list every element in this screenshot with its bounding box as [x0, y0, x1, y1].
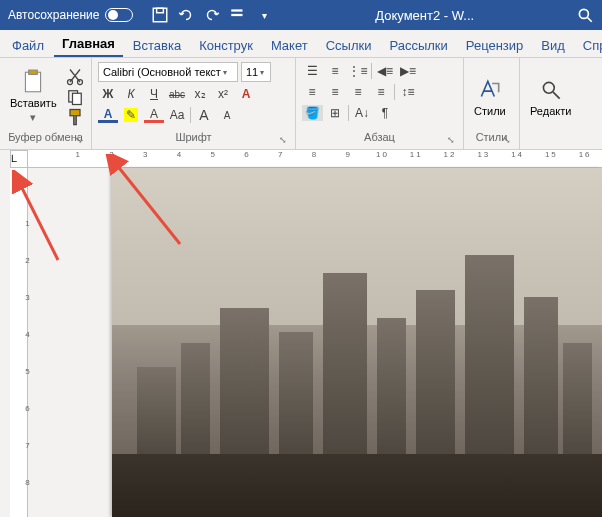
font-group: Calibri (Основной текст▾ 11▾ Ж К Ч abc x…: [92, 58, 296, 149]
vertical-ruler[interactable]: 12345678910: [10, 168, 28, 517]
text-effects-button[interactable]: A: [236, 85, 256, 103]
align-center-icon[interactable]: ≡: [325, 83, 345, 101]
svg-point-4: [579, 9, 588, 18]
sort-icon[interactable]: A↓: [352, 104, 372, 122]
svg-rect-5: [26, 72, 41, 92]
superscript-button[interactable]: x²: [213, 85, 233, 103]
highlight-button[interactable]: ✎: [121, 106, 141, 124]
bullets-icon[interactable]: ☰: [302, 62, 322, 80]
svg-rect-10: [72, 93, 81, 104]
save-icon[interactable]: [151, 6, 169, 24]
justify-icon[interactable]: ≡: [371, 83, 391, 101]
autosave-label: Автосохранение: [8, 8, 99, 22]
ribbon-tabs: Файл Главная Вставка Конструк Макет Ссыл…: [0, 30, 602, 58]
styles-button[interactable]: Стили: [470, 62, 510, 131]
shading-icon[interactable]: 🪣: [302, 104, 322, 122]
svg-rect-3: [232, 14, 243, 16]
svg-rect-11: [70, 109, 80, 115]
editing-button[interactable]: Редакти: [526, 62, 575, 131]
document-area: ˪ 12345678910111213141516 12345678910: [0, 150, 602, 517]
font-color2-button[interactable]: A: [98, 108, 118, 123]
decrease-indent-icon[interactable]: ◀≡: [375, 62, 395, 80]
italic-button[interactable]: К: [121, 85, 141, 103]
subscript-button[interactable]: x₂: [190, 85, 210, 103]
quick-access-toolbar: ▾: [151, 6, 273, 24]
tab-mailings[interactable]: Рассылки: [381, 34, 455, 57]
autosave-control[interactable]: Автосохранение: [8, 8, 133, 22]
tab-file[interactable]: Файл: [4, 34, 52, 57]
svg-rect-1: [157, 8, 164, 13]
font-color-button[interactable]: A: [144, 108, 164, 123]
svg-point-12: [543, 82, 554, 93]
tab-references[interactable]: Ссылки: [318, 34, 380, 57]
document-title: Документ2 - W...: [375, 8, 474, 23]
undo-icon[interactable]: [177, 6, 195, 24]
document-page[interactable]: [112, 168, 602, 517]
inserted-image[interactable]: [112, 168, 602, 517]
align-left-icon[interactable]: ≡: [302, 83, 322, 101]
align-right-icon[interactable]: ≡: [348, 83, 368, 101]
multilevel-icon[interactable]: ⋮≡: [348, 62, 368, 80]
clipboard-group: Вставить ▾ Буфер обмена⤡: [0, 58, 92, 149]
tab-home[interactable]: Главная: [54, 32, 123, 57]
tab-help[interactable]: Справка: [575, 34, 602, 57]
shrink-font-icon[interactable]: A: [217, 106, 237, 124]
font-name-combo[interactable]: Calibri (Основной текст▾: [98, 62, 238, 82]
clipboard-launcher-icon[interactable]: ⤡: [73, 135, 85, 147]
increase-indent-icon[interactable]: ▶≡: [398, 62, 418, 80]
tab-layout[interactable]: Макет: [263, 34, 316, 57]
paragraph-group: ☰ ≡ ⋮≡ ◀≡ ▶≡ ≡ ≡ ≡ ≡ ↕≡ 🪣 ⊞ A↓ ¶: [296, 58, 464, 149]
svg-rect-0: [154, 8, 168, 22]
font-launcher-icon[interactable]: ⤡: [277, 135, 289, 147]
styles-group: Стили Стили⤡: [464, 58, 520, 149]
svg-rect-2: [232, 9, 243, 11]
search-icon[interactable]: [576, 6, 594, 24]
numbering-icon[interactable]: ≡: [325, 62, 345, 80]
tab-selector[interactable]: ˪: [10, 150, 28, 168]
bold-button[interactable]: Ж: [98, 85, 118, 103]
tab-insert[interactable]: Вставка: [125, 34, 189, 57]
paragraph-launcher-icon[interactable]: ⤡: [445, 135, 457, 147]
cut-icon[interactable]: [65, 68, 85, 86]
ribbon: Вставить ▾ Буфер обмена⤡ Calibri (Основн…: [0, 58, 602, 150]
editing-group: Редакти: [520, 58, 602, 149]
font-size-combo[interactable]: 11▾: [241, 62, 271, 82]
line-spacing-icon[interactable]: ↕≡: [398, 83, 418, 101]
strike-button[interactable]: abc: [167, 85, 187, 103]
svg-rect-6: [29, 70, 38, 74]
borders-icon[interactable]: ⊞: [325, 104, 345, 122]
tab-view[interactable]: Вид: [533, 34, 573, 57]
autosave-toggle[interactable]: [105, 8, 133, 22]
tab-review[interactable]: Рецензир: [458, 34, 532, 57]
title-bar: Автосохранение ▾ Документ2 - W...: [0, 0, 602, 30]
show-marks-icon[interactable]: ¶: [375, 104, 395, 122]
redo-icon[interactable]: [203, 6, 221, 24]
grow-font-icon[interactable]: A: [194, 106, 214, 124]
tab-design[interactable]: Конструк: [191, 34, 261, 57]
styles-launcher-icon[interactable]: ⤡: [501, 135, 513, 147]
horizontal-ruler[interactable]: 12345678910111213141516: [28, 150, 602, 168]
customize-qat-dropdown-icon[interactable]: ▾: [255, 6, 273, 24]
paste-button[interactable]: Вставить ▾: [6, 62, 61, 131]
change-case-button[interactable]: Aa: [167, 106, 187, 124]
qat-button[interactable]: [229, 6, 247, 24]
copy-icon[interactable]: [65, 88, 85, 106]
underline-button[interactable]: Ч: [144, 85, 164, 103]
format-painter-icon[interactable]: [65, 108, 85, 126]
